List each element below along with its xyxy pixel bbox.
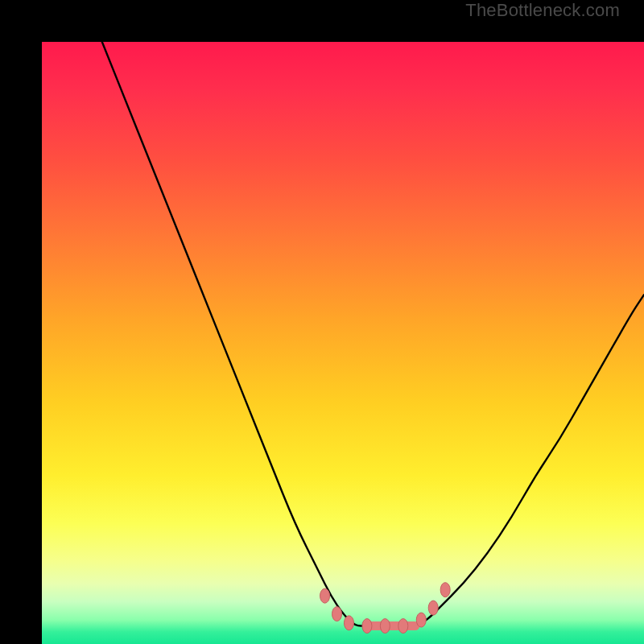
marker-left-cluster-1 bbox=[320, 588, 330, 603]
chart-frame bbox=[0, 0, 644, 644]
marker-group bbox=[320, 583, 451, 634]
marker-flat-3 bbox=[398, 619, 408, 634]
left-curve-path bbox=[102, 42, 367, 626]
marker-flat-1 bbox=[362, 619, 372, 634]
marker-right-cluster-3 bbox=[440, 583, 450, 597]
watermark-text: TheBottleneck.com bbox=[465, 0, 620, 21]
marker-right-cluster-1 bbox=[416, 613, 426, 627]
marker-left-cluster-2 bbox=[332, 607, 342, 621]
curve-layer bbox=[42, 42, 644, 644]
marker-right-cluster-2 bbox=[428, 601, 438, 615]
marker-left-cluster-3 bbox=[344, 616, 353, 630]
right-curve-path bbox=[415, 295, 644, 625]
plot-area bbox=[42, 42, 644, 644]
marker-flat-2 bbox=[380, 619, 390, 634]
